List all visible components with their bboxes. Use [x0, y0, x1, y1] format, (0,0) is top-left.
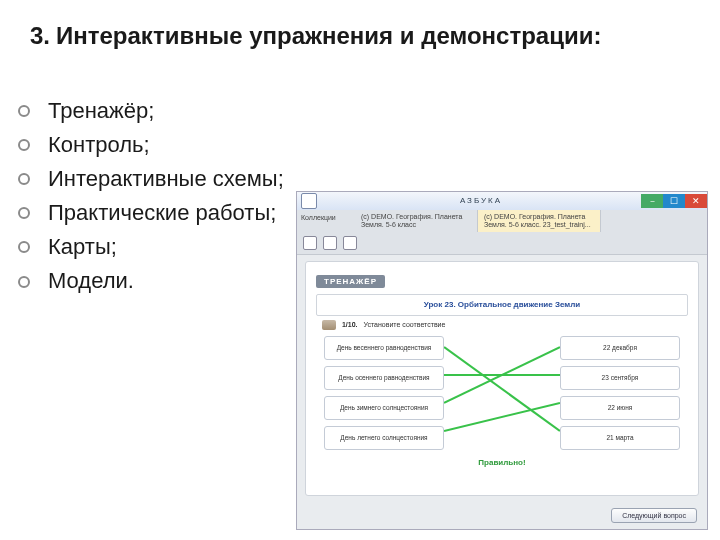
list-item: Интерактивные схемы;	[18, 162, 284, 196]
matching-area: День весеннего равноденствияДень осеннег…	[324, 336, 680, 454]
minimize-button[interactable]: －	[641, 194, 663, 208]
toolbar	[297, 232, 707, 255]
bullet-icon	[18, 139, 30, 151]
heading-number: 3.	[30, 22, 50, 49]
match-option-left[interactable]: День зимнего солнцестояния	[324, 396, 444, 420]
slide-heading: 3.Интерактивные упражнения и демонстраци…	[30, 20, 680, 51]
list-item-label: Тренажёр;	[48, 94, 154, 128]
heading-text: Интерактивные упражнения и демонстрации:	[56, 22, 601, 49]
match-left-column: День весеннего равноденствияДень осеннег…	[324, 336, 444, 456]
refresh-icon[interactable]	[323, 236, 337, 250]
footer-bar: Следующий вопрос	[297, 504, 707, 529]
exercise-sheet: ТРЕНАЖЁР Урок 23. Орбитальное движение З…	[305, 261, 699, 496]
breadcrumb-item[interactable]: (с) DEMO. География. Планета Земля. 5-6 …	[355, 210, 478, 232]
window-buttons: － ☐ ✕	[641, 194, 707, 208]
maximize-button[interactable]: ☐	[663, 194, 685, 208]
match-option-left[interactable]: День летнего солнцестояния	[324, 426, 444, 450]
match-option-right[interactable]: 23 сентября	[560, 366, 680, 390]
bullet-icon	[18, 207, 30, 219]
breadcrumb-item[interactable]: (с) DEMO. География. Планета Земля. 5-6 …	[478, 210, 601, 232]
match-right-column: 22 декабря23 сентября22 июня21 марта	[560, 336, 680, 456]
mode-chip: ТРЕНАЖЁР	[316, 275, 385, 288]
question-number: 1/10.	[342, 321, 358, 328]
match-option-right[interactable]: 22 декабря	[560, 336, 680, 360]
list-item: Контроль;	[18, 128, 284, 162]
bullet-icon	[18, 105, 30, 117]
svg-line-0	[444, 347, 560, 431]
next-question-button[interactable]: Следующий вопрос	[611, 508, 697, 523]
lesson-title: Урок 23. Орбитальное движение Земли	[316, 294, 688, 316]
bullet-icon	[18, 173, 30, 185]
list-item-label: Карты;	[48, 230, 117, 264]
print-icon[interactable]	[343, 236, 357, 250]
pointer-icon	[322, 320, 336, 330]
question-prompt: 1/10. Установите соответствие	[322, 320, 688, 330]
app-logo-icon	[301, 193, 317, 209]
match-option-left[interactable]: День осеннего равноденствия	[324, 366, 444, 390]
bullet-icon	[18, 276, 30, 288]
list-item-label: Практические работы;	[48, 196, 276, 230]
close-button[interactable]: ✕	[685, 194, 707, 208]
breadcrumb: Коллекции (с) DEMO. География. Планета З…	[297, 210, 707, 232]
breadcrumb-home[interactable]: Коллекции	[297, 210, 355, 232]
bullet-list: Тренажёр;Контроль;Интерактивные схемы;Пр…	[18, 94, 284, 299]
list-item-label: Модели.	[48, 264, 134, 298]
match-option-right[interactable]: 21 марта	[560, 426, 680, 450]
question-text: Установите соответствие	[363, 321, 445, 328]
window-title: АЗБУКА	[321, 196, 641, 205]
match-lines	[444, 336, 560, 454]
list-item: Карты;	[18, 230, 284, 264]
svg-line-3	[444, 403, 560, 431]
match-option-left[interactable]: День весеннего равноденствия	[324, 336, 444, 360]
match-option-right[interactable]: 22 июня	[560, 396, 680, 420]
bullet-icon	[18, 241, 30, 253]
feedback-text: Правильно!	[316, 458, 688, 467]
list-item: Практические работы;	[18, 196, 284, 230]
list-item-label: Контроль;	[48, 128, 150, 162]
app-window: АЗБУКА － ☐ ✕ Коллекции (с) DEMO. Географ…	[296, 191, 708, 530]
list-item: Модели.	[18, 264, 284, 298]
list-item: Тренажёр;	[18, 94, 284, 128]
window-titlebar: АЗБУКА － ☐ ✕	[297, 192, 707, 210]
back-icon[interactable]	[303, 236, 317, 250]
list-item-label: Интерактивные схемы;	[48, 162, 284, 196]
